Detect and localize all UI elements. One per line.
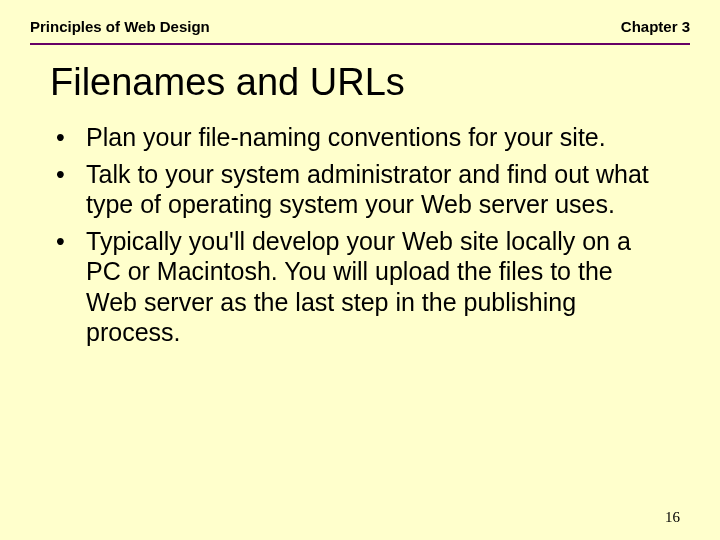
bullet-icon: •	[50, 122, 86, 153]
bullet-text: Talk to your system administrator and fi…	[86, 159, 670, 220]
slide-title: Filenames and URLs	[0, 45, 720, 122]
header-right: Chapter 3	[621, 18, 690, 35]
list-item: • Talk to your system administrator and …	[50, 159, 670, 220]
bullet-icon: •	[50, 159, 86, 190]
list-item: • Typically you'll develop your Web site…	[50, 226, 670, 348]
header-left: Principles of Web Design	[30, 18, 210, 35]
bullet-text: Plan your file-naming conventions for yo…	[86, 122, 670, 153]
page-number: 16	[665, 509, 680, 526]
slide-header: Principles of Web Design Chapter 3	[0, 0, 720, 43]
bullet-list: • Plan your file-naming conventions for …	[0, 122, 720, 348]
bullet-icon: •	[50, 226, 86, 257]
bullet-text: Typically you'll develop your Web site l…	[86, 226, 670, 348]
list-item: • Plan your file-naming conventions for …	[50, 122, 670, 153]
